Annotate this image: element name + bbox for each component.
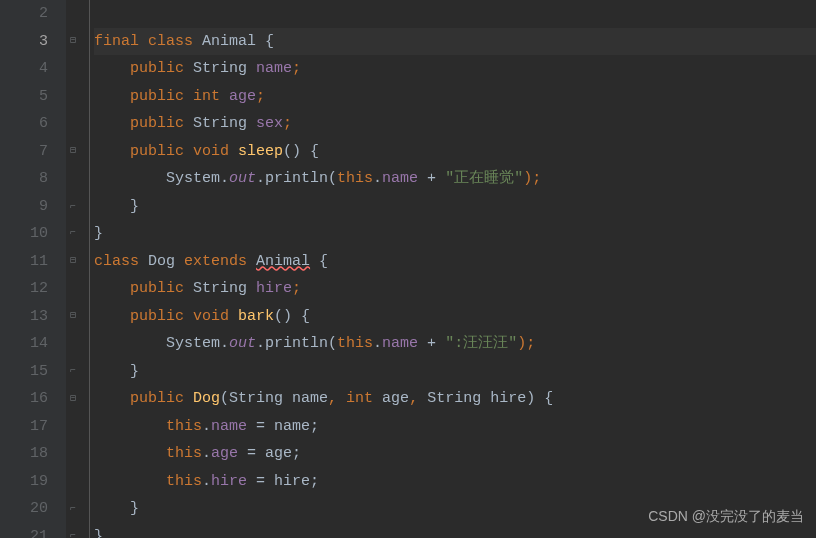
- line-number[interactable]: 14: [8, 330, 48, 358]
- line-number[interactable]: 13: [8, 303, 48, 331]
- code-line[interactable]: public String sex;: [94, 110, 816, 138]
- code-line[interactable]: this.hire = hire;: [94, 468, 816, 496]
- line-number[interactable]: 10: [8, 220, 48, 248]
- fold-toggle-icon[interactable]: ⊟: [70, 394, 80, 404]
- line-number[interactable]: 2: [8, 0, 48, 28]
- watermark-text: CSDN @没完没了的麦当: [648, 503, 804, 531]
- line-number[interactable]: 5: [8, 83, 48, 111]
- fold-toggle-icon[interactable]: ⊟: [70, 256, 80, 266]
- line-number[interactable]: 21: [8, 523, 48, 539]
- line-number[interactable]: 17: [8, 413, 48, 441]
- line-number[interactable]: 16: [8, 385, 48, 413]
- code-line[interactable]: public Dog(String name, int age, String …: [94, 385, 816, 413]
- code-line[interactable]: public String name;: [94, 55, 816, 83]
- code-line[interactable]: System.out.println(this.name + ":汪汪汪");: [94, 330, 816, 358]
- code-line[interactable]: public int age;: [94, 83, 816, 111]
- code-line[interactable]: }: [94, 358, 816, 386]
- line-number[interactable]: 11: [8, 248, 48, 276]
- fold-toggle-icon[interactable]: ⊟: [70, 311, 80, 321]
- line-number[interactable]: 19: [8, 468, 48, 496]
- code-line[interactable]: public void sleep() {: [94, 138, 816, 166]
- line-number[interactable]: 8: [8, 165, 48, 193]
- code-line[interactable]: System.out.println(this.name + "正在睡觉");: [94, 165, 816, 193]
- code-line[interactable]: this.age = age;: [94, 440, 816, 468]
- line-number[interactable]: 18: [8, 440, 48, 468]
- fold-gutter[interactable]: ⊟ ⊟ ⌐ ⌐ ⊟ ⊟ ⌐ ⊟ ⌐ ⌐: [66, 0, 90, 538]
- code-line[interactable]: }: [94, 193, 816, 221]
- line-number[interactable]: 4: [8, 55, 48, 83]
- code-line[interactable]: class Dog extends Animal {: [94, 248, 816, 276]
- code-line[interactable]: public void bark() {: [94, 303, 816, 331]
- code-content[interactable]: final class Animal { public String name;…: [90, 0, 816, 538]
- line-number[interactable]: 3: [8, 28, 48, 56]
- fold-toggle-icon[interactable]: ⊟: [70, 36, 80, 46]
- line-number[interactable]: 6: [8, 110, 48, 138]
- line-number[interactable]: 7: [8, 138, 48, 166]
- code-line[interactable]: [94, 0, 816, 28]
- fold-close-icon[interactable]: ⌐: [70, 228, 80, 238]
- code-line[interactable]: final class Animal {: [94, 28, 816, 56]
- breakpoint-gutter[interactable]: [0, 0, 8, 538]
- fold-close-icon[interactable]: ⌐: [70, 366, 80, 376]
- fold-toggle-icon[interactable]: ⊟: [70, 146, 80, 156]
- line-number[interactable]: 12: [8, 275, 48, 303]
- line-number-gutter[interactable]: 2 3 4 5 6 7 8 9 10 11 12 13 14 15 16 17 …: [8, 0, 66, 538]
- fold-close-icon[interactable]: ⌐: [70, 202, 80, 212]
- fold-close-icon[interactable]: ⌐: [70, 504, 80, 514]
- code-line[interactable]: this.name = name;: [94, 413, 816, 441]
- fold-close-icon[interactable]: ⌐: [70, 531, 80, 538]
- code-editor[interactable]: 2 3 4 5 6 7 8 9 10 11 12 13 14 15 16 17 …: [0, 0, 816, 538]
- code-line[interactable]: }: [94, 220, 816, 248]
- line-number[interactable]: 20: [8, 495, 48, 523]
- code-line[interactable]: public String hire;: [94, 275, 816, 303]
- line-number[interactable]: 9: [8, 193, 48, 221]
- line-number[interactable]: 15: [8, 358, 48, 386]
